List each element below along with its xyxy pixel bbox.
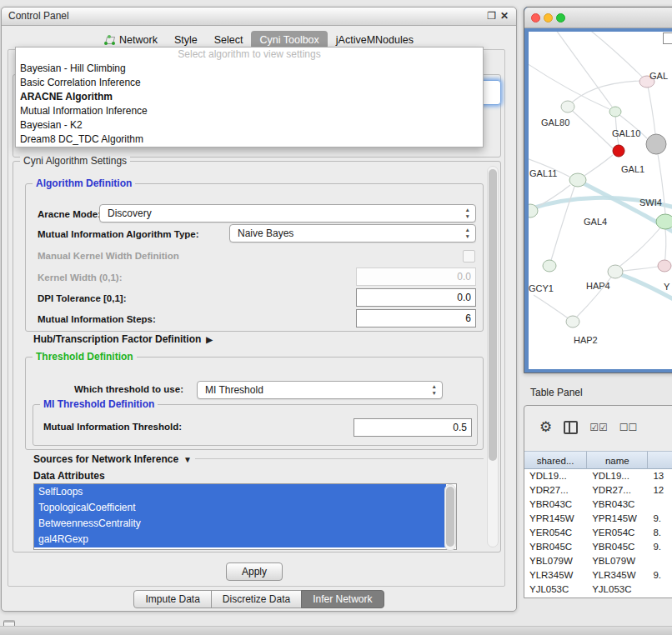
network-edge[interactable] [580,182,672,243]
bottom-tab-impute-data[interactable]: Impute Data [133,590,211,608]
table-row[interactable]: YDL19...YDL19...13 [524,469,672,483]
control-panel-titlebar[interactable]: Control Panel ❐ ✕ [2,8,516,26]
dpi-tolerance-input[interactable] [356,288,476,307]
network-node-label: GCY1 [529,283,554,293]
algorithm-option-bayesian-k2[interactable]: Bayesian - K2 [16,118,483,132]
which-threshold-select[interactable]: MI Threshold [197,381,443,399]
attributes-scrollbar-thumb[interactable] [446,487,454,547]
cell [648,554,672,568]
network-edge[interactable] [577,272,615,317]
cell: 12 [648,483,672,498]
sources-toggle[interactable]: Sources for Network Inference▼ [33,453,195,465]
attributes-scrollbar[interactable] [444,484,456,551]
float-window-icon[interactable]: ❐ [487,8,496,25]
network-edge[interactable] [549,187,574,266]
network-node-label: SWI4 [639,198,662,208]
attribute-item-betweennesscentrality[interactable]: BetweennessCentrality [34,516,446,532]
zoom-traffic-light[interactable] [556,13,565,22]
table-row[interactable]: YBL079WYBL079W [524,554,672,568]
algorithm-option-aracne-algorithm[interactable]: ARACNE Algorithm [16,90,483,104]
settings-gear-icon[interactable]: ⚙ [539,420,552,435]
network-view-window: GALGAL80GAL10GAL11GAL1SWI4GAL4GCY1HAP4YH… [524,7,672,373]
table-row[interactable]: YER054CYER054C8. [524,526,672,540]
kernel-width-label: Kernel Width (0,1): [38,272,122,282]
cyni-settings-title: Cyni Algorithm Settings [20,155,130,167]
algorithm-option-dream8-dc-tdc-algorithm[interactable]: Dream8 DC_TDC Algorithm [16,132,483,147]
bottom-tab-bar: Impute DataDiscretize DataInfer Network [2,590,516,608]
window-title: Control Panel [8,8,69,25]
attribute-item-gal4rgexp[interactable]: gal4RGexp [34,532,446,548]
threshold-definition-group: Threshold Definition Which threshold to … [25,357,484,450]
mi-threshold-input[interactable] [354,418,472,437]
deselect-all-icon[interactable]: ☐☐ [619,422,638,433]
algorithm-option-bayesian-hill-climbing[interactable]: Bayesian - Hill Climbing [16,62,483,76]
aracne-mode-label: Aracne Mode: [38,209,101,219]
attribute-item-topologicalcoefficient[interactable]: TopologicalCoefficient [34,500,446,516]
column-header-name[interactable]: name [587,451,648,469]
table-row[interactable]: YPR145WYPR145W9. [524,512,672,526]
close-window-icon[interactable]: ✕ [500,8,509,25]
network-node[interactable] [608,265,623,278]
table-row[interactable]: YDR27...YDR27...12 [524,483,672,498]
mi-type-label: Mutual Information Algorithm Type: [38,229,199,239]
select-all-icon[interactable]: ☑☑ [589,422,608,433]
network-node[interactable] [646,134,666,154]
algorithm-option-basic-correlation-inference[interactable]: Basic Correlation Inference [16,76,483,90]
network-edge[interactable] [584,32,647,82]
network-node[interactable] [656,214,672,229]
table-row[interactable]: YLR345WYLR345W9. [524,568,672,582]
network-window-titlebar[interactable] [524,8,672,28]
minimize-traffic-light[interactable] [544,13,553,22]
mi-type-select[interactable]: Naive Bayes [229,224,476,242]
cell: 9. [648,568,672,582]
table-toolbar: ⚙☑☑☐☐ [524,414,672,441]
control-panel-window: Control Panel ❐ ✕ NetworkStyleSelectCyni… [1,7,517,612]
network-canvas-area[interactable]: GALGAL80GAL10GAL11GAL1SWI4GAL4GCY1HAP4YH… [529,32,672,369]
algorithm-popup-placeholder: Select algorithm to view settings [16,48,483,62]
network-edge[interactable] [647,82,655,134]
cell: YLR345W [524,568,587,582]
network-node[interactable] [609,107,621,117]
aracne-mode-select[interactable]: Discovery [99,204,476,222]
network-node[interactable] [658,260,671,272]
expand-right-icon: ▶ [206,335,213,344]
close-traffic-light[interactable] [531,13,540,22]
network-edge[interactable] [617,273,672,310]
cell: 8. [648,526,672,540]
network-node[interactable] [569,173,586,187]
apply-button[interactable]: Apply [226,562,283,581]
algorithm-option-mutual-information-inference[interactable]: Mutual Information Inference [16,104,483,118]
network-node[interactable] [561,101,574,112]
cell: YDR27... [587,483,648,498]
table-row[interactable]: YBR043CYBR043C [524,498,672,512]
network-icon [104,35,115,45]
network-edge[interactable] [568,107,613,148]
bottom-tab-infer-network[interactable]: Infer Network [301,590,384,608]
collapse-down-icon: ▼ [183,455,192,464]
settings-scrollbar-thumb[interactable] [489,169,497,461]
bottom-tab-discretize-data[interactable]: Discretize Data [211,590,302,608]
network-edge[interactable] [554,32,612,107]
cell: YBL079W [524,554,587,568]
birds-eye-toggle[interactable] [663,32,672,44]
table-row[interactable]: YBR045CYBR045C9. [524,540,672,554]
sources-label: Sources for Network Inference [33,453,178,465]
network-node[interactable] [566,316,579,328]
cell [648,582,672,597]
network-node-label: GAL [649,71,668,81]
network-edge[interactable] [620,222,665,266]
column-header-shared[interactable]: shared... [524,451,587,469]
settings-scrollbar[interactable] [487,166,499,548]
column-selector-icon[interactable] [564,421,578,434]
network-node[interactable] [543,260,556,272]
network-edge[interactable] [534,295,573,322]
mi-steps-input[interactable] [356,309,476,328]
data-attributes-label: Data Attributes [33,470,105,482]
network-node-label: HAP2 [574,335,598,345]
table-row[interactable]: YJL053CYJL053C [524,582,672,597]
mi-threshold-label: Mutual Information Threshold: [43,422,182,432]
network-node[interactable] [613,145,624,157]
attribute-item-selfloops[interactable]: SelfLoops [34,484,446,500]
hub-section-toggle[interactable]: Hub/Transcription Factor Definition▶ [33,333,213,345]
column-header-extra[interactable] [648,451,672,469]
